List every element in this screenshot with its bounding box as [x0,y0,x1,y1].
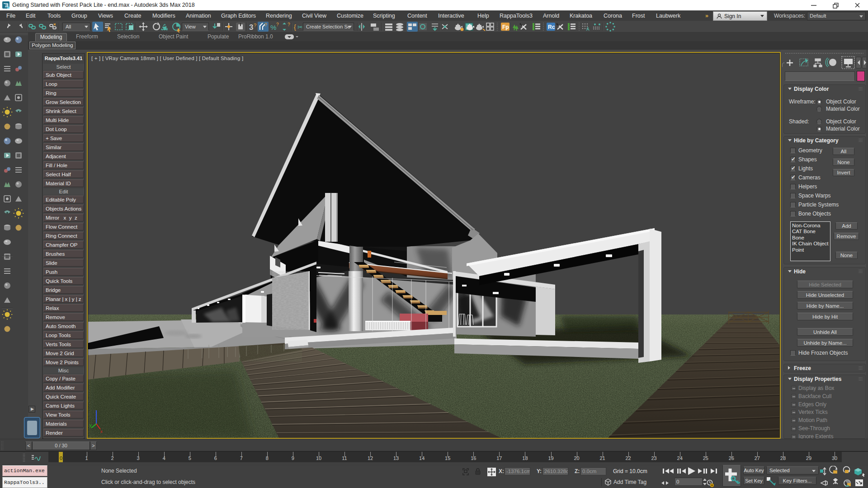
svg-text:Fp: Fp [502,24,509,30]
svg-text:y: y [90,423,92,427]
svg-text:?: ? [254,23,256,28]
svg-text:?: ? [288,22,290,27]
svg-text:%: % [270,23,276,31]
svg-text:✂: ✂ [297,23,303,31]
svg-text:x: x [100,429,103,434]
svg-text:3: 3 [249,23,253,32]
svg-text:{: { [294,23,296,31]
svg-text:?: ? [276,22,279,27]
svg-text:?: ? [264,23,267,28]
svg-text:Rc: Rc [548,24,555,30]
svg-text:A: A [586,27,590,32]
